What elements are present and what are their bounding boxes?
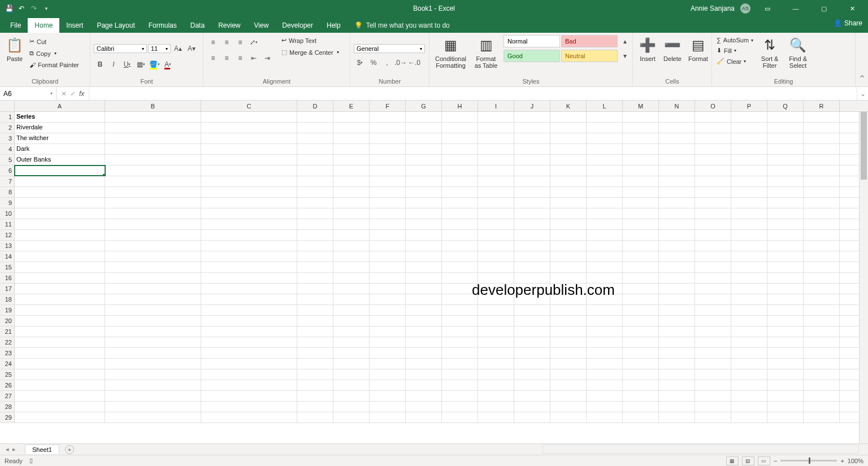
cell-D13[interactable] bbox=[297, 241, 333, 251]
cell-K8[interactable] bbox=[550, 187, 587, 197]
cell-P24[interactable] bbox=[731, 359, 767, 369]
cell-H20[interactable] bbox=[442, 316, 478, 326]
column-header-G[interactable]: G bbox=[406, 101, 442, 111]
cell-E22[interactable] bbox=[333, 337, 370, 347]
cell-E8[interactable] bbox=[333, 187, 370, 197]
cell-E21[interactable] bbox=[333, 326, 370, 337]
cell-R29[interactable] bbox=[804, 412, 840, 423]
cell-J22[interactable] bbox=[514, 337, 550, 347]
cell-Q2[interactable] bbox=[767, 123, 804, 133]
align-bottom-icon[interactable]: ≡ bbox=[234, 36, 246, 49]
cell-R19[interactable] bbox=[804, 305, 840, 315]
cell-D20[interactable] bbox=[297, 316, 333, 326]
row-header-5[interactable]: 5 bbox=[0, 155, 15, 165]
conditional-formatting-button[interactable]: ▦Conditional Formatting bbox=[433, 35, 468, 70]
cell-C1[interactable] bbox=[201, 112, 297, 122]
column-header-B[interactable]: B bbox=[105, 101, 201, 111]
row-header-24[interactable]: 24 bbox=[0, 359, 15, 369]
cell-L19[interactable] bbox=[587, 305, 623, 315]
cell-O25[interactable] bbox=[695, 369, 731, 380]
cell-G24[interactable] bbox=[406, 359, 442, 369]
cell-I24[interactable] bbox=[478, 359, 514, 369]
column-header-J[interactable]: J bbox=[514, 101, 550, 111]
cell-R18[interactable] bbox=[804, 294, 840, 304]
cell-F9[interactable] bbox=[370, 198, 406, 208]
fill-button[interactable]: ⬇Fill▾ bbox=[715, 46, 754, 55]
cell-G13[interactable] bbox=[406, 241, 442, 251]
cell-L23[interactable] bbox=[587, 348, 623, 358]
cell-H2[interactable] bbox=[442, 123, 478, 133]
cell-A17[interactable] bbox=[15, 284, 105, 294]
cell-D24[interactable] bbox=[297, 359, 333, 369]
cell-D28[interactable] bbox=[297, 402, 333, 412]
cell-D4[interactable] bbox=[297, 144, 333, 154]
cell-A21[interactable] bbox=[15, 326, 105, 337]
cell-E18[interactable] bbox=[333, 294, 370, 304]
cell-L2[interactable] bbox=[587, 123, 623, 133]
cell-L26[interactable] bbox=[587, 380, 623, 390]
number-format-select[interactable]: General▾ bbox=[354, 44, 425, 53]
cell-R4[interactable] bbox=[804, 144, 840, 154]
cell-O11[interactable] bbox=[695, 219, 731, 229]
cell-G2[interactable] bbox=[406, 123, 442, 133]
cell-K6[interactable] bbox=[550, 166, 587, 176]
cell-P5[interactable] bbox=[731, 155, 767, 165]
cell-C22[interactable] bbox=[201, 337, 297, 347]
cell-H12[interactable] bbox=[442, 230, 478, 240]
cell-F7[interactable] bbox=[370, 176, 406, 186]
cell-K25[interactable] bbox=[550, 369, 587, 380]
tab-formulas[interactable]: Formulas bbox=[142, 18, 184, 33]
cell-H9[interactable] bbox=[442, 198, 478, 208]
cell-N20[interactable] bbox=[659, 316, 695, 326]
cell-O22[interactable] bbox=[695, 337, 731, 347]
cell-L18[interactable] bbox=[587, 294, 623, 304]
cell-N26[interactable] bbox=[659, 380, 695, 390]
cell-K18[interactable] bbox=[550, 294, 587, 304]
cell-D11[interactable] bbox=[297, 219, 333, 229]
cell-M26[interactable] bbox=[623, 380, 659, 390]
cell-Q7[interactable] bbox=[767, 176, 804, 186]
minimize-icon[interactable]: — bbox=[784, 0, 807, 17]
cell-P22[interactable] bbox=[731, 337, 767, 347]
cell-C5[interactable] bbox=[201, 155, 297, 165]
row-header-13[interactable]: 13 bbox=[0, 241, 15, 251]
cell-B10[interactable] bbox=[105, 208, 201, 219]
cell-O14[interactable] bbox=[695, 251, 731, 262]
cell-M11[interactable] bbox=[623, 219, 659, 229]
cell-J13[interactable] bbox=[514, 241, 550, 251]
column-header-M[interactable]: M bbox=[623, 101, 659, 111]
cell-H27[interactable] bbox=[442, 391, 478, 401]
cell-J28[interactable] bbox=[514, 402, 550, 412]
cell-D25[interactable] bbox=[297, 369, 333, 380]
cell-M3[interactable] bbox=[623, 133, 659, 143]
cell-R11[interactable] bbox=[804, 219, 840, 229]
cell-J16[interactable] bbox=[514, 273, 550, 283]
cell-C2[interactable] bbox=[201, 123, 297, 133]
cell-M8[interactable] bbox=[623, 187, 659, 197]
autosum-button[interactable]: ∑AutoSum▾ bbox=[715, 36, 754, 44]
page-break-view-icon[interactable]: ▭ bbox=[758, 456, 770, 465]
cell-I9[interactable] bbox=[478, 198, 514, 208]
cell-K28[interactable] bbox=[550, 402, 587, 412]
cell-D19[interactable] bbox=[297, 305, 333, 315]
cell-D5[interactable] bbox=[297, 155, 333, 165]
cell-O10[interactable] bbox=[695, 208, 731, 219]
cell-C3[interactable] bbox=[201, 133, 297, 143]
cell-C24[interactable] bbox=[201, 359, 297, 369]
cell-E1[interactable] bbox=[333, 112, 370, 122]
cell-K4[interactable] bbox=[550, 144, 587, 154]
cell-K1[interactable] bbox=[550, 112, 587, 122]
cell-E9[interactable] bbox=[333, 198, 370, 208]
cell-I3[interactable] bbox=[478, 133, 514, 143]
cell-K29[interactable] bbox=[550, 412, 587, 423]
cell-N25[interactable] bbox=[659, 369, 695, 380]
cell-G15[interactable] bbox=[406, 262, 442, 272]
cell-R5[interactable] bbox=[804, 155, 840, 165]
increase-font-icon[interactable]: A▴ bbox=[172, 42, 184, 55]
row-header-26[interactable]: 26 bbox=[0, 380, 15, 390]
cell-C19[interactable] bbox=[201, 305, 297, 315]
cell-I17[interactable] bbox=[478, 284, 514, 294]
cell-K22[interactable] bbox=[550, 337, 587, 347]
cell-A10[interactable] bbox=[15, 208, 105, 219]
cell-A20[interactable] bbox=[15, 316, 105, 326]
